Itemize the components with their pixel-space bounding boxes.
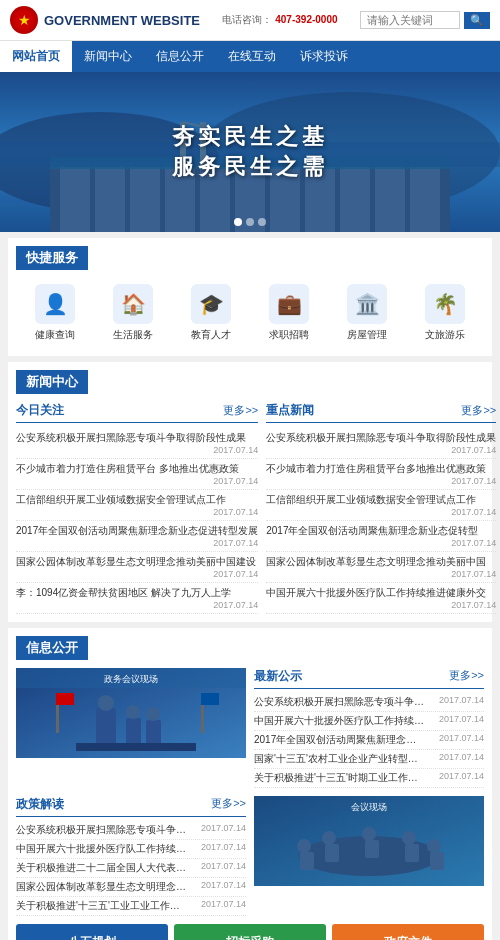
service-icon-2: 🎓	[191, 284, 231, 324]
info-bottom: 政策解读 更多>> 公安系统积极开展扫黑除恶专项斗争取得阶段性成果2017.07…	[16, 796, 484, 916]
info-date: 2017.07.14	[439, 714, 484, 728]
info-link[interactable]: 国家'十三五'农村工业企业产业转型升级工作	[254, 752, 424, 766]
dot-2[interactable]	[246, 218, 254, 226]
nav-item-interact[interactable]: 在线互动	[216, 41, 288, 72]
service-icon-1: 🏠	[113, 284, 153, 324]
service-label-0: 健康查询	[35, 328, 75, 342]
service-item-4[interactable]: 🏛️ 房屋管理	[347, 284, 387, 342]
news-col1-title: 今日关注	[16, 402, 64, 419]
banner-card-2[interactable]: 招标采购	[174, 924, 326, 940]
news-date: 2017.07.14	[266, 445, 496, 455]
news-item: 工信部组织开展工业领域数据安全管理试点工作2017.07.14	[16, 490, 258, 521]
news-grid: 今日关注 更多>> 公安系统积极开展扫黑除恶专项斗争取得阶段性成果2017.07…	[16, 402, 484, 614]
news-center-section: 新闻中心 今日关注 更多>> 公安系统积极开展扫黑除恶专项斗争取得阶段性成果20…	[8, 362, 492, 622]
svg-rect-37	[300, 852, 314, 870]
news-link[interactable]: 公安系统积极开展扫黑除恶专项斗争取得阶段性成果	[266, 431, 496, 445]
news-item: 中国开展六十批援外医疗队工作持续推进健康外交2017.07.14	[266, 583, 496, 614]
info-link[interactable]: 中国开展六十批援外医疗队工作持续推进健康外交工作在全国	[254, 714, 424, 728]
svg-rect-4	[60, 167, 90, 232]
news-date: 2017.07.14	[16, 538, 258, 548]
info-link[interactable]: 关于积极推进'十三五'工业工业工作的通知	[16, 899, 186, 913]
info-link[interactable]: 公安系统积极开展扫黑除恶专项斗争取得阶段性成果（2017-07）	[254, 695, 424, 709]
service-item-3[interactable]: 💼 求职招聘	[269, 284, 309, 342]
dot-1[interactable]	[234, 218, 242, 226]
svg-rect-29	[56, 693, 74, 705]
service-icon-0: 👤	[35, 284, 75, 324]
svg-rect-39	[325, 844, 339, 862]
service-item-5[interactable]: 🌴 文旅游乐	[425, 284, 465, 342]
news-center-title: 新闻中心	[16, 370, 88, 394]
news-center-header: 新闻中心	[16, 370, 484, 394]
svg-rect-13	[375, 167, 405, 232]
info-right-more[interactable]: 更多>>	[449, 668, 484, 685]
service-item-1[interactable]: 🏠 生活服务	[113, 284, 153, 342]
news-date: 2017.07.14	[16, 600, 258, 610]
search-input[interactable]	[360, 11, 460, 29]
info-item: 公安系统积极开展扫黑除恶专项斗争取得阶段性成果（2017-07）2017.07.…	[254, 693, 484, 712]
banner-text: 夯实民生之基 服务民生之需	[172, 122, 328, 182]
header-logo: ★ GOVERNMENT WEBSITE	[10, 6, 200, 34]
info-image: 政务会议现场	[16, 668, 246, 758]
news-date: 2017.07.14	[16, 445, 258, 455]
nav-item-home[interactable]: 网站首页	[0, 41, 72, 72]
svg-rect-5	[95, 167, 125, 232]
news-item: 2017年全国双创活动周聚焦新理念新业态促进转型发展2017.07.14	[16, 521, 258, 552]
quick-services-title: 快捷服务	[16, 246, 88, 270]
info-left-more[interactable]: 更多>>	[211, 796, 246, 813]
nav-item-complaint[interactable]: 诉求投诉	[288, 41, 360, 72]
info-link[interactable]: 公安系统积极开展扫黑除恶专项斗争取得阶段性成果	[16, 823, 186, 837]
info-link[interactable]: 关于积极推进二十二届全国人大代表大会工作	[16, 861, 186, 875]
nav-item-info[interactable]: 信息公开	[144, 41, 216, 72]
svg-point-40	[362, 827, 376, 841]
banner-line2: 服务民生之需	[172, 152, 328, 182]
svg-rect-27	[76, 743, 196, 751]
news-item: 不少城市着力打造住房租赁平台多地推出优惠政策2017.07.14	[266, 459, 496, 490]
news-link[interactable]: 工信部组织开展工业领域数据安全管理试点工作	[266, 493, 496, 507]
news-link[interactable]: 中国开展六十批援外医疗队工作持续推进健康外交	[266, 586, 496, 600]
news-link[interactable]: 2017年全国双创活动周聚焦新理念新业态促进转型发展	[16, 524, 258, 538]
info-link[interactable]: 关于积极推进'十三五'时期工业工作的通知	[254, 771, 424, 785]
search-button[interactable]: 🔍	[464, 12, 490, 29]
news-date: 2017.07.14	[266, 507, 496, 517]
svg-text:会议现场: 会议现场	[351, 802, 387, 812]
banner-card-1[interactable]: 八五规划	[16, 924, 168, 940]
news-link[interactable]: 李：1094亿资金帮扶贫困地区 解决了九万人上学	[16, 586, 258, 600]
info-date: 2017.07.14	[201, 861, 246, 875]
news-link[interactable]: 不少城市着力打造住房租赁平台 多地推出优惠政策	[16, 462, 258, 476]
dot-3[interactable]	[258, 218, 266, 226]
news-link[interactable]: 国家公园体制改革彰显生态文明理念推动美丽中国建设	[16, 555, 258, 569]
news-col2-header: 重点新闻 更多>>	[266, 402, 496, 423]
news-link[interactable]: 工信部组织开展工业领域数据安全管理试点工作	[16, 493, 258, 507]
news-link[interactable]: 公安系统积极开展扫黑除恶专项斗争取得阶段性成果	[16, 431, 258, 445]
search-bar: 🔍	[360, 11, 490, 29]
nav-item-news[interactable]: 新闻中心	[72, 41, 144, 72]
service-item-0[interactable]: 👤 健康查询	[35, 284, 75, 342]
banner-line1: 夯实民生之基	[172, 122, 328, 152]
info-date: 2017.07.14	[439, 752, 484, 766]
site-header: ★ GOVERNMENT WEBSITE 电话咨询： 407-392-0000 …	[0, 0, 500, 41]
svg-point-42	[402, 831, 416, 845]
news-item: 工信部组织开展工业领域数据安全管理试点工作2017.07.14	[266, 490, 496, 521]
news-item: 2017年全国双创活动周聚焦新理念新业态促转型2017.07.14	[266, 521, 496, 552]
banner-card-3[interactable]: 政府文件	[332, 924, 484, 940]
service-item-2[interactable]: 🎓 教育人才	[191, 284, 231, 342]
news-item: 国家公园体制改革彰显生态文明理念推动美丽中国2017.07.14	[266, 552, 496, 583]
news-date: 2017.07.14	[16, 507, 258, 517]
info-link[interactable]: 中国开展六十批援外医疗队工作持续推进健康外交	[16, 842, 186, 856]
news-item: 李：1094亿资金帮扶贫困地区 解决了九万人上学2017.07.14	[16, 583, 258, 614]
svg-rect-41	[365, 840, 379, 858]
svg-point-22	[98, 695, 114, 711]
news-col2-more[interactable]: 更多>>	[461, 403, 496, 418]
news-link[interactable]: 不少城市着力打造住房租赁平台多地推出优惠政策	[266, 462, 496, 476]
info-link[interactable]: 国家公园体制改革彰显生态文明理念推动美丽中国	[16, 880, 186, 894]
service-label-3: 求职招聘	[269, 328, 309, 342]
news-col1-more[interactable]: 更多>>	[223, 403, 258, 418]
info-date: 2017.07.14	[201, 842, 246, 856]
service-icon-4: 🏛️	[347, 284, 387, 324]
news-col-2: 重点新闻 更多>> 公安系统积极开展扫黑除恶专项斗争取得阶段性成果2017.07…	[266, 402, 496, 614]
quick-services-list: 👤 健康查询 🏠 生活服务 🎓 教育人才 💼 求职招聘 🏛️ 房屋管理 🌴 文旅…	[16, 278, 484, 348]
news-link[interactable]: 2017年全国双创活动周聚焦新理念新业态促转型	[266, 524, 496, 538]
info-date: 2017.07.14	[201, 823, 246, 837]
news-link[interactable]: 国家公园体制改革彰显生态文明理念推动美丽中国	[266, 555, 496, 569]
info-link[interactable]: 2017年全国双创活动周聚焦新理念新业态促进转型	[254, 733, 424, 747]
